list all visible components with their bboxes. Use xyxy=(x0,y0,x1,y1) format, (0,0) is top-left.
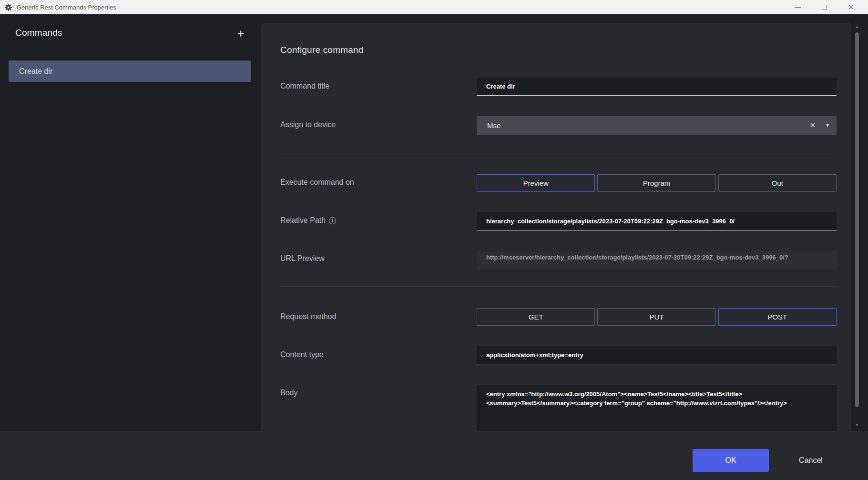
content-type-input[interactable] xyxy=(477,346,837,364)
url-preview-value: http://mseserver/hierarchy_collection/st… xyxy=(477,251,837,270)
execute-command-on-group: Preview Program Out xyxy=(477,174,837,192)
generic-rest-commands-window: Generic Rest Commands Properties ✕ Comma… xyxy=(0,0,868,480)
command-title-input[interactable] xyxy=(477,78,837,96)
assign-to-device-value: Mse xyxy=(487,121,500,130)
relative-path-label-text: Relative Path xyxy=(280,216,326,225)
execute-option-out[interactable]: Out xyxy=(718,174,837,192)
section-divider xyxy=(280,287,837,287)
relative-path-label: Relative Path i xyxy=(280,216,336,225)
clear-device-icon[interactable]: ✕ xyxy=(809,116,816,135)
maximize-icon xyxy=(822,5,827,10)
window-title: Generic Rest Commands Properties xyxy=(17,4,116,11)
ok-button[interactable]: OK xyxy=(693,449,769,472)
request-method-label: Request method xyxy=(280,312,336,321)
commands-header: Commands xyxy=(15,28,62,38)
info-icon[interactable]: i xyxy=(329,217,336,224)
method-option-put[interactable]: PUT xyxy=(597,308,715,326)
content-type-label: Content type xyxy=(280,350,324,359)
chevron-down-icon[interactable]: ▾ xyxy=(826,116,829,135)
assign-to-device-dropdown[interactable]: Mse ✕ ▾ xyxy=(477,116,837,135)
add-command-button[interactable]: + xyxy=(232,25,249,42)
command-item-label: Create dir xyxy=(19,67,52,76)
request-method-group: GET PUT POST xyxy=(477,308,837,326)
method-option-get[interactable]: GET xyxy=(477,308,595,326)
minimize-button[interactable] xyxy=(784,0,811,14)
dialog-footer: OK Cancel xyxy=(0,431,868,480)
scroll-down-icon[interactable]: ▼ xyxy=(855,423,859,427)
section-divider xyxy=(280,154,837,154)
method-option-post[interactable]: POST xyxy=(718,308,837,326)
close-icon: ✕ xyxy=(848,4,854,10)
window-controls: ✕ xyxy=(784,0,864,14)
scroll-up-icon[interactable]: ▲ xyxy=(855,25,859,29)
body-label: Body xyxy=(280,389,297,397)
scrollbar-thumb[interactable] xyxy=(855,32,859,407)
execute-command-on-label: Execute command on xyxy=(280,178,354,187)
command-title-label: Command title xyxy=(280,82,329,90)
relative-path-input[interactable] xyxy=(477,212,837,230)
close-button[interactable]: ✕ xyxy=(837,0,864,14)
body-textarea[interactable]: <entry xmlns="http://www.w3.org/2005/Ato… xyxy=(477,385,837,431)
execute-option-program[interactable]: Program xyxy=(597,174,715,192)
vertical-scrollbar[interactable]: ▲ ▼ xyxy=(855,23,859,431)
sidebar-item-create-dir[interactable]: Create dir xyxy=(9,60,251,82)
app-logo-icon xyxy=(4,3,12,11)
configure-command-panel: Configure command Command title Assign t… xyxy=(261,23,851,431)
minimize-icon xyxy=(795,7,801,8)
cancel-button[interactable]: Cancel xyxy=(780,449,842,472)
execute-option-preview[interactable]: Preview xyxy=(477,174,595,192)
assign-to-device-label: Assign to device xyxy=(280,120,336,129)
commands-sidebar: Commands + Create dir xyxy=(0,14,261,431)
panel-heading: Configure command xyxy=(280,45,363,55)
title-bar: Generic Rest Commands Properties ✕ xyxy=(0,0,868,14)
url-preview-label: URL Preview xyxy=(280,254,325,263)
maximize-button[interactable] xyxy=(811,0,837,14)
